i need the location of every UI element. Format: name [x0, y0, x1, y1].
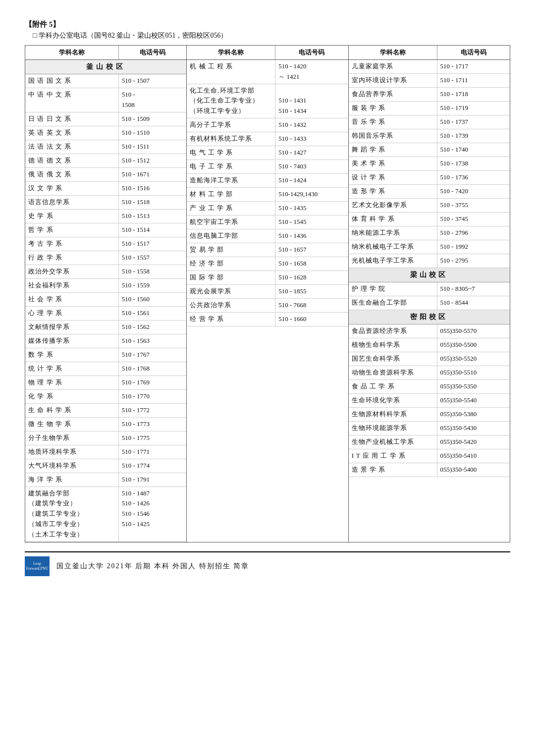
department-name: 分子生物学系	[25, 432, 119, 445]
department-name: 日 语 日 文 系	[25, 112, 119, 126]
table-row: 服 装 学 系510 - 1719	[349, 102, 510, 115]
phone-number: 510 - 1770	[119, 390, 187, 403]
table-row: 观光会展学系510 - 1855	[187, 285, 348, 299]
phone-number: 510 - 1557	[119, 251, 187, 265]
table-row: 心 理 学 系510 - 1561	[25, 307, 186, 321]
table-row: 植物生命科学系055)350-5500	[349, 338, 510, 352]
table-row: 俄 语 俄 文 系510 - 1671	[25, 168, 186, 182]
table-row: 生物环境能源学系055)350-5430	[349, 422, 510, 435]
col1-phone-header: 电话号码	[119, 46, 187, 59]
phone-number: 510 - 1487 510 - 1426 510 - 1546 510 - 1…	[119, 487, 187, 541]
table-row: 动物生命资源科学系055)350-5510	[349, 366, 510, 380]
department-name: 电 气 工 学 系	[187, 146, 275, 160]
table-row: 分子生物学系510 - 1775	[25, 432, 186, 445]
department-name: 食品营养学系	[349, 88, 437, 101]
table-row: 室内环境设计学系510 - 1711	[349, 74, 510, 88]
department-name: 化工生命.环境工学部 （化工生命工学专业） （环境工学专业）	[187, 84, 275, 118]
department-name: 国 际 学 部	[187, 271, 275, 284]
department-name: 有机材料系统工学系	[187, 132, 275, 146]
phone-number: 510 - 1791	[119, 473, 187, 486]
table-row: 地质环境科学系510 - 1771	[25, 445, 186, 459]
department-name: 造船海洋工学系	[187, 174, 275, 187]
phone-number: 055)350-5570	[437, 324, 510, 338]
col3-phone-header: 电话号码	[437, 46, 510, 59]
department-name: 生命环境化学系	[349, 394, 437, 407]
col2-phone-header: 电话号码	[275, 46, 348, 59]
phone-number: 510 - 1508	[119, 88, 187, 112]
phone-number: 510 - 1511	[119, 140, 187, 154]
phone-number: 510 - 1711	[437, 74, 510, 87]
phone-number: 055)350-5430	[437, 422, 510, 435]
header-line1: 【附件 5】	[25, 20, 510, 29]
table-row: 社会福利学系510 - 1559	[25, 279, 186, 293]
table-row: 高分子工学系510 - 1432	[187, 118, 348, 132]
table-row: 美 术 学 系510 - 1738	[349, 157, 510, 171]
department-name: 设 计 学 系	[349, 171, 437, 184]
department-name: 观光会展学系	[187, 285, 275, 298]
department-name: 航空宇宙工学系	[187, 216, 275, 229]
phone-number: 510 - 1740	[437, 143, 510, 157]
table-row: 海 洋 学 系510 - 1791	[25, 473, 186, 487]
phone-number: 510 - 1518	[119, 196, 187, 209]
table-row: 日 语 日 文 系510 - 1509	[25, 112, 186, 126]
table-row: 社 会 学 系510 - 1560	[25, 293, 186, 307]
table-row: 中 语 中 文 系510 - 1508	[25, 88, 186, 112]
phone-number: 510 - 1855	[275, 285, 348, 298]
phone-number: 510 - 1767	[119, 348, 187, 362]
table-row: I T 应 用 工 学 系055)350-5410	[349, 449, 510, 463]
phone-number: 510 - 1992	[437, 240, 510, 254]
phone-number: 510 - 1719	[437, 102, 510, 115]
table-row: 大气环境科学系510 - 1774	[25, 459, 186, 473]
department-name: 语言信息学系	[25, 196, 119, 209]
table-row: 有机材料系统工学系510 - 1433	[187, 132, 348, 146]
table-row: 经 营 学 系510 - 1660	[187, 313, 348, 326]
section-subheader: 密阳校区	[349, 310, 510, 324]
phone-number: 510 - 1737	[437, 115, 510, 129]
department-name: 考 古 学 系	[25, 237, 119, 251]
department-name: 媒体传播学系	[25, 334, 119, 348]
phone-number: 510 - 1717	[437, 60, 510, 73]
phone-number: 510 - 1738	[437, 157, 510, 170]
phone-number: 510 - 1431 510 - 1434	[275, 84, 348, 118]
table-row: 护 理 学 院510 - 8305~7	[349, 282, 510, 296]
department-name: 化 学 系	[25, 390, 119, 403]
phone-number: 510 - 1658	[275, 257, 348, 270]
col1-name-header: 学科名称	[25, 46, 119, 59]
table-row: 航空宇宙工学系510 - 1545	[187, 216, 348, 229]
department-name: 大气环境科学系	[25, 459, 119, 473]
department-name: 美 术 学 系	[349, 157, 437, 170]
phone-number: 510 - 1512	[119, 154, 187, 167]
department-name: 艺术文化影像学系	[349, 199, 437, 212]
table-row: 造船海洋工学系510 - 1424	[187, 174, 348, 188]
phone-number: 055)350-5520	[437, 352, 510, 366]
table-row: 数 学 系510 - 1767	[25, 348, 186, 362]
table-row: 音 乐 学 系510 - 1737	[349, 115, 510, 129]
table-row: 体 育 科 学 系510 - 3745	[349, 213, 510, 226]
section-subheader: 梁山校区	[349, 268, 510, 282]
department-name: 建筑融合学部 （建筑学专业） （建筑工学专业） （城市工学专业） （土木工学专业…	[25, 487, 119, 541]
phone-number: 055)350-5410	[437, 449, 510, 463]
phone-number: 510 - 1561	[119, 307, 187, 320]
phone-number: 055)350-5500	[437, 338, 510, 352]
phone-number: 510 - 7668	[275, 299, 348, 312]
table-row: 英 语 英 文 系510 - 1510	[25, 126, 186, 140]
department-name: 光机械电子学工学系	[349, 254, 437, 268]
table-row: 食品营养学系510 - 1718	[349, 88, 510, 102]
table-row: 经 济 学 部510 - 1658	[187, 257, 348, 271]
table-row: 语言信息学系510 - 1518	[25, 196, 186, 210]
table-row: 贸 易 学 部510 - 1657	[187, 243, 348, 257]
department-name: 护 理 学 院	[349, 282, 437, 296]
table-row: 法 语 法 文 系510 - 1511	[25, 140, 186, 154]
phone-number: 510 - 1513	[119, 210, 187, 223]
phone-number: 510 - 1775	[119, 432, 187, 445]
table-row: 政治外交学系510 - 1558	[25, 265, 186, 279]
department-name: 体 育 科 学 系	[349, 213, 437, 226]
col1-section-header: 釜山校区	[25, 60, 186, 74]
phone-number: 510 - 1772	[119, 404, 187, 417]
phone-number: 055)350-5350	[437, 380, 510, 393]
department-name: 哲 学 系	[25, 223, 119, 237]
phone-number: 055)350-5510	[437, 366, 510, 379]
phone-number: 510 - 1517	[119, 237, 187, 251]
department-name: 经 济 学 部	[187, 257, 275, 270]
department-name: 社 会 学 系	[25, 293, 119, 306]
